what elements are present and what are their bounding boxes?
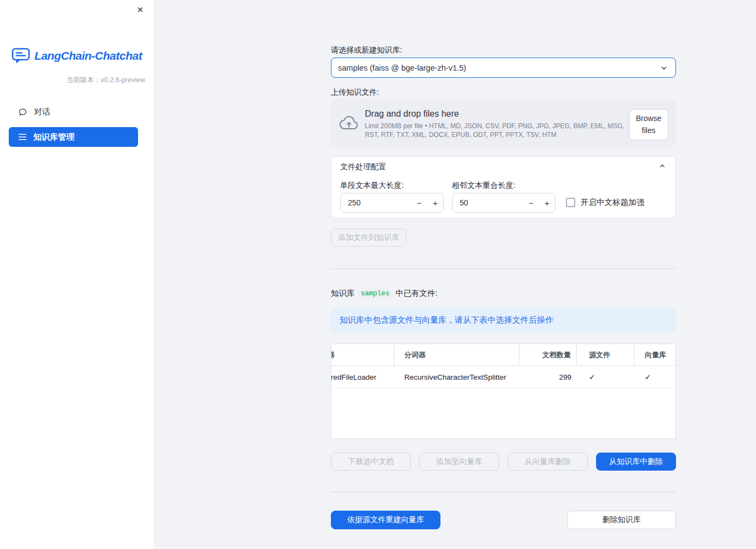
delete-kb-button[interactable]: 删除知识库 [567,511,676,529]
browse-files-button[interactable]: Browse files [629,109,668,140]
sidebar: ✕ LangChain-Chatchat 当前版本：v0.2.6-preview [0,0,153,549]
chunk-size-steppers: − + [411,193,443,212]
sidebar-item-kb-management[interactable]: 知识库管理 [9,127,138,147]
remove-from-vector-store-button[interactable]: 从向量库删除 [508,453,588,471]
files-table[interactable]: 文档加载器 分词器 文档数量 源文件 向量库 UnstructuredFileL… [331,344,676,439]
existing-files-line: 知识库 samples 中已有文件: [331,288,438,299]
column-header-loader[interactable]: 文档加载器 [331,344,394,365]
kb-select-value: samples (faiss @ bge-large-zh-v1.5) [338,64,466,72]
existing-files-prefix: 知识库 [331,288,355,299]
sidebar-item-label: 对话 [34,107,50,117]
minus-icon: − [529,198,534,208]
chunk-size-label: 单段文本最大长度: [340,181,404,191]
chunk-size-input[interactable]: 250 − + [340,193,444,213]
file-uploader-dropzone[interactable]: Drag and drop files here Limit 200MB per… [331,99,676,147]
overlap-size-input[interactable]: 50 − + [452,193,555,213]
overlap-size-steppers: − + [523,193,555,212]
chevron-down-icon [659,63,669,73]
table-actions-row: 下载选中文档 添加至向量库 从向量库删除 从知识库中删除 [331,453,676,471]
list-icon [18,133,27,141]
sidebar-item-label: 知识库管理 [33,132,75,142]
chunk-size-increment-button[interactable]: + [427,193,443,212]
minus-icon: − [417,198,422,208]
add-files-to-kb-button[interactable]: 添加文件到知识库 [331,228,406,247]
cell-loader: UnstructuredFileLoader [331,366,394,388]
chat-bubble-icon [18,107,27,117]
chunk-size-decrement-button[interactable]: − [411,193,427,212]
chevron-up-icon [658,162,667,173]
rebuild-vector-store-button[interactable]: 依据源文件重建向量库 [331,511,440,529]
overlap-size-value: 50 [460,198,468,207]
content-column: 请选择或新建知识库: samples (faiss @ bge-large-zh… [331,0,676,549]
files-table-scroll-area: 文档加载器 分词器 文档数量 源文件 向量库 UnstructuredFileL… [331,344,676,388]
info-alert: 知识库中包含源文件与向量库，请从下表中选择文件后操作 [331,307,676,333]
divider [331,268,676,269]
file-config-expander: 文件处理配置 单段文本最大长度: 相邻文本重合长度: 250 − + [331,156,676,219]
expander-title: 文件处理配置 [340,162,386,172]
checkbox-box[interactable] [566,198,575,207]
download-selected-button[interactable]: 下载选中文档 [331,453,411,471]
main-area: 请选择或新建知识库: samples (faiss @ bge-large-zh… [153,0,756,549]
logo-text: LangChain-Chatchat [35,49,142,62]
cell-doc-count: 299 [519,366,577,388]
cell-vector-store-check: ✓ [634,366,676,388]
overlap-size-decrement-button[interactable]: − [523,193,539,212]
close-icon: ✕ [137,5,144,14]
app-window: ✕ LangChain-Chatchat 当前版本：v0.2.6-preview [0,0,756,549]
plus-icon: + [433,198,438,208]
column-header-doc-count[interactable]: 文档数量 [519,344,577,365]
kb-select-label: 请选择或新建知识库: [331,45,402,55]
table-row[interactable]: UnstructuredFileLoader RecursiveCharacte… [331,366,676,388]
cell-source-file-check: ✓ [577,366,634,388]
upload-files-label: 上传知识文件: [331,88,379,98]
overlap-size-increment-button[interactable]: + [539,193,555,212]
uploader-limit-text: Limit 200MB per file • HTML, MD, JSON, C… [365,122,627,139]
zh-title-enhance-checkbox[interactable]: 开启中文标题加强 [566,197,644,208]
logo-chat-icon [12,47,30,64]
column-header-source-file[interactable]: 源文件 [577,344,634,365]
existing-files-suffix: 中已有文件: [396,288,438,299]
sidebar-close-button[interactable]: ✕ [134,4,146,16]
sidebar-item-dialogue[interactable]: 对话 [9,102,138,122]
expander-header[interactable]: 文件处理配置 [331,157,675,177]
cell-splitter: RecursiveCharacterTextSplitter [394,366,519,388]
version-text: 当前版本：v0.2.6-preview [8,76,145,85]
cloud-upload-icon [340,116,358,133]
add-to-vector-store-button[interactable]: 添加至向量库 [419,453,499,471]
column-header-splitter[interactable]: 分词器 [394,344,519,365]
plus-icon: + [545,198,549,208]
delete-from-kb-button[interactable]: 从知识库中删除 [596,453,676,471]
info-alert-text: 知识库中包含源文件与向量库，请从下表中选择文件后操作 [340,315,553,325]
overlap-size-label: 相邻文本重合长度: [452,181,516,191]
app-logo: LangChain-Chatchat [0,47,153,64]
column-header-vector-store[interactable]: 向量库 [634,344,676,365]
files-table-header: 文档加载器 分词器 文档数量 源文件 向量库 [331,344,676,366]
checkbox-label: 开启中文标题加强 [581,197,644,208]
chunk-size-value: 250 [348,198,360,207]
kb-name-code: samples [359,289,392,299]
uploader-title: Drag and drop files here [365,109,459,119]
kb-select[interactable]: samples (faiss @ bge-large-zh-v1.5) [331,58,676,78]
divider [331,491,676,492]
sidebar-menu: 对话 知识库管理 [9,102,138,152]
